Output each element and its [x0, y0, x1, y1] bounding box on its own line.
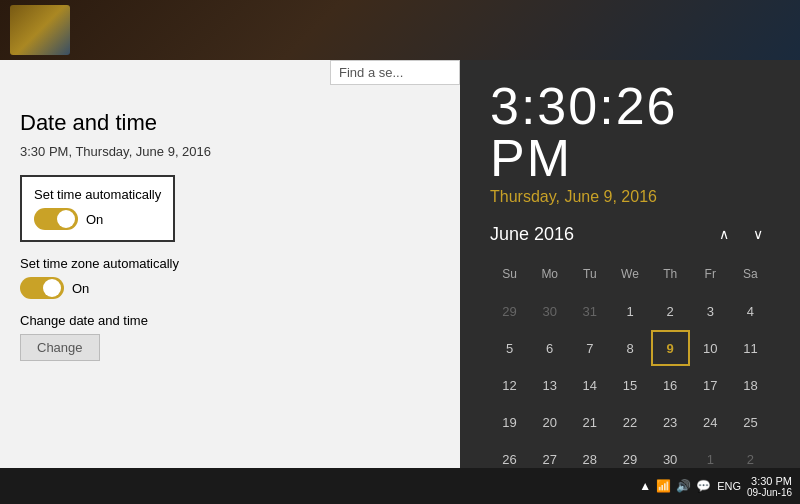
set-timezone-auto-row: On [20, 277, 440, 299]
calendar-day[interactable]: 18 [731, 367, 770, 403]
set-time-auto-row: On [34, 208, 161, 230]
current-datetime: 3:30 PM, Thursday, June 9, 2016 [20, 144, 440, 159]
calendar-prev-button[interactable]: ∧ [712, 222, 736, 246]
set-timezone-auto-toggle[interactable] [20, 277, 64, 299]
taskbar-message-icon: 💬 [696, 479, 711, 493]
calendar-month-label: June 2016 [490, 224, 574, 245]
top-bar-image [10, 5, 70, 55]
taskbar-volume-icon: 🔊 [676, 479, 691, 493]
search-placeholder: Find a se... [339, 65, 403, 80]
calendar-day[interactable]: 6 [530, 330, 569, 366]
calendar-day[interactable]: 19 [490, 404, 529, 440]
calendar-day[interactable]: 14 [570, 367, 609, 403]
set-time-auto-toggle[interactable] [34, 208, 78, 230]
calendar-day[interactable]: 8 [610, 330, 649, 366]
search-bar[interactable]: Find a se... [330, 60, 460, 85]
calendar-day[interactable]: 9 [651, 330, 690, 366]
calendar-day[interactable]: 23 [651, 404, 690, 440]
calendar-header-th: Th [651, 256, 690, 292]
calendar-day[interactable]: 13 [530, 367, 569, 403]
calendar-header-sa: Sa [731, 256, 770, 292]
calendar-header-su: Su [490, 256, 529, 292]
calendar-nav: ∧ ∨ [712, 222, 770, 246]
taskbar-network-icon: 📶 [656, 479, 671, 493]
taskbar-date: 09-Jun-16 [747, 487, 792, 498]
calendar-day[interactable]: 11 [731, 330, 770, 366]
calendar-day[interactable]: 12 [490, 367, 529, 403]
calendar-day[interactable]: 22 [610, 404, 649, 440]
calendar-day[interactable]: 7 [570, 330, 609, 366]
clock-date: Thursday, June 9, 2016 [490, 188, 770, 206]
calendar-day[interactable]: 21 [570, 404, 609, 440]
set-time-auto-label: Set time automatically [34, 187, 161, 202]
taskbar-time: 3:30 PM [747, 475, 792, 487]
calendar-day[interactable]: 2 [731, 441, 770, 468]
calendar-day[interactable]: 10 [691, 330, 730, 366]
calendar-day[interactable]: 28 [570, 441, 609, 468]
calendar-header-fr: Fr [691, 256, 730, 292]
taskbar-icons: ▲ 📶 🔊 💬 [639, 479, 711, 493]
calendar-grid: SuMoTuWeThFrSa29303112345678910111213141… [490, 256, 770, 468]
taskbar-up-arrow-icon: ▲ [639, 479, 651, 493]
calendar-day[interactable]: 29 [610, 441, 649, 468]
calendar-day[interactable]: 30 [530, 293, 569, 329]
calendar-day[interactable]: 24 [691, 404, 730, 440]
calendar-day[interactable]: 30 [651, 441, 690, 468]
calendar-header: June 2016 ∧ ∨ [490, 222, 770, 246]
set-timezone-auto-group: Set time zone automatically On [20, 256, 440, 299]
change-label: Change date and time [20, 313, 440, 328]
clock-panel: 3:30:26 PM Thursday, June 9, 2016 June 2… [460, 60, 800, 468]
set-timezone-auto-state: On [72, 281, 89, 296]
taskbar: ▲ 📶 🔊 💬 ENG 3:30 PM 09-Jun-16 [0, 468, 800, 504]
settings-panel: Find a se... Date and time 3:30 PM, Thur… [0, 60, 460, 468]
calendar-day[interactable]: 16 [651, 367, 690, 403]
calendar-day[interactable]: 31 [570, 293, 609, 329]
calendar-day[interactable]: 15 [610, 367, 649, 403]
calendar-day[interactable]: 1 [691, 441, 730, 468]
calendar-day[interactable]: 27 [530, 441, 569, 468]
set-timezone-auto-label: Set time zone automatically [20, 256, 440, 271]
calendar-day[interactable]: 4 [731, 293, 770, 329]
taskbar-clock: 3:30 PM 09-Jun-16 [747, 475, 792, 498]
calendar-header-we: We [610, 256, 649, 292]
calendar-day[interactable]: 3 [691, 293, 730, 329]
change-button[interactable]: Change [20, 334, 100, 361]
calendar-day[interactable]: 1 [610, 293, 649, 329]
taskbar-language: ENG [717, 480, 741, 492]
clock-time: 3:30:26 PM [490, 80, 770, 184]
calendar-day[interactable]: 26 [490, 441, 529, 468]
calendar-header-mo: Mo [530, 256, 569, 292]
set-time-auto-group: Set time automatically On [20, 175, 175, 242]
set-time-auto-state: On [86, 212, 103, 227]
main-area: Find a se... Date and time 3:30 PM, Thur… [0, 60, 800, 468]
calendar-header-tu: Tu [570, 256, 609, 292]
top-bar [0, 0, 800, 60]
calendar-next-button[interactable]: ∨ [746, 222, 770, 246]
calendar-day[interactable]: 29 [490, 293, 529, 329]
calendar-day[interactable]: 5 [490, 330, 529, 366]
calendar-day[interactable]: 25 [731, 404, 770, 440]
calendar-day[interactable]: 2 [651, 293, 690, 329]
page-title: Date and time [20, 110, 440, 136]
change-section: Change date and time Change [20, 313, 440, 361]
calendar-day[interactable]: 17 [691, 367, 730, 403]
calendar-day[interactable]: 20 [530, 404, 569, 440]
